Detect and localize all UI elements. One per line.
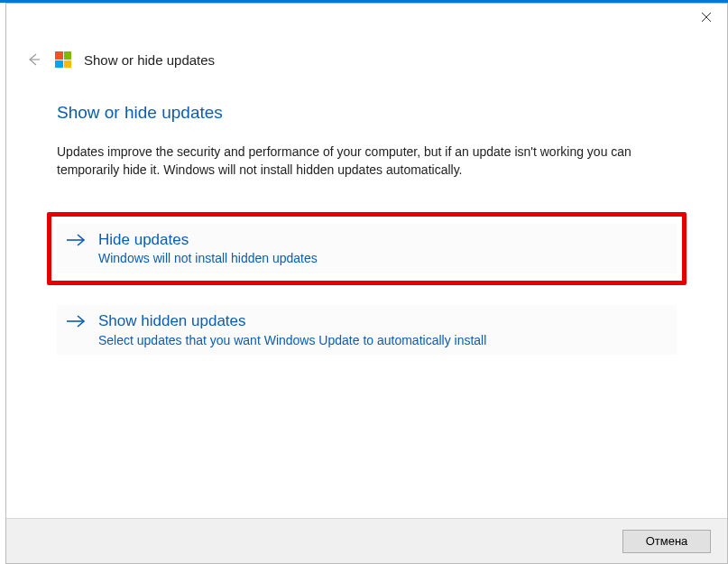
footer-bar: Отмена — [6, 518, 727, 563]
microsoft-logo-icon — [55, 51, 71, 68]
option-hide-updates[interactable]: Hide updates Windows will not install hi… — [57, 224, 677, 273]
option-title: Hide updates — [98, 229, 318, 251]
option-texts: Show hidden updates Select updates that … — [98, 310, 486, 349]
arrow-right-icon — [66, 233, 86, 251]
option-hide-updates-highlight: Hide updates Windows will not install hi… — [47, 212, 687, 285]
cancel-button[interactable]: Отмена — [622, 530, 711, 553]
option-texts: Hide updates Windows will not install hi… — [98, 229, 318, 268]
back-button[interactable] — [24, 51, 42, 69]
page-description: Updates improve the security and perform… — [57, 143, 677, 180]
arrow-right-icon — [66, 314, 86, 332]
close-icon — [701, 12, 712, 23]
option-subtitle: Select updates that you want Windows Upd… — [98, 332, 486, 350]
arrow-left-icon — [25, 51, 41, 68]
titlebar — [6, 4, 727, 38]
option-show-hidden-updates[interactable]: Show hidden updates Select updates that … — [57, 305, 677, 355]
page-heading: Show or hide updates — [57, 103, 677, 123]
wizard-window: Show or hide updates Show or hide update… — [5, 3, 728, 564]
header-row: Show or hide updates — [6, 38, 727, 76]
close-button[interactable] — [686, 4, 727, 31]
option-show-hidden-wrapper: Show hidden updates Select updates that … — [57, 305, 677, 355]
option-subtitle: Windows will not install hidden updates — [98, 250, 318, 268]
content-area: Show or hide updates Updates improve the… — [6, 76, 727, 355]
option-title: Show hidden updates — [98, 310, 486, 332]
header-title: Show or hide updates — [84, 52, 215, 68]
